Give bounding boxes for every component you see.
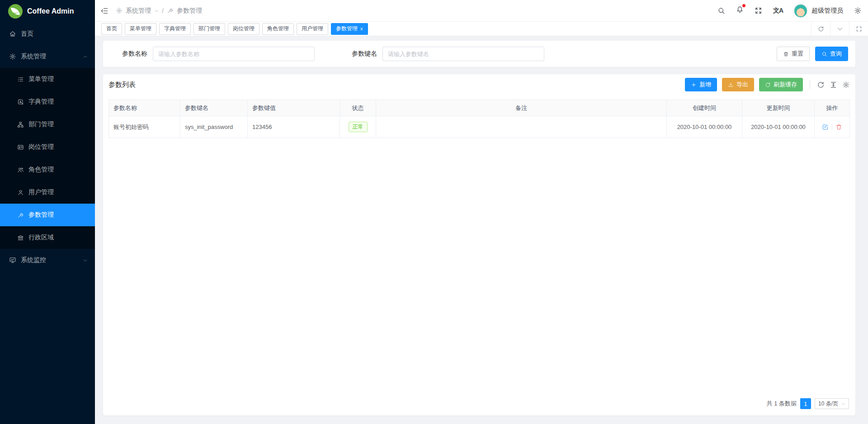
col-remark: 备注 xyxy=(376,100,667,116)
chevron-down-icon xyxy=(837,26,843,32)
refresh-cache-label: 刷新缓存 xyxy=(774,81,797,89)
status-badge: 正常 xyxy=(349,122,368,132)
sidebar-group-system[interactable]: 系统管理 xyxy=(0,45,95,68)
tabs-bar: 首页 菜单管理 字典管理 部门管理 岗位管理 角色管理 用户管理 参数管理 x xyxy=(95,22,868,36)
top-header: 系统管理 / 参数管理 文A 超级管理员 xyxy=(95,0,868,22)
sidebar-item-role-mgmt[interactable]: 角色管理 xyxy=(0,158,95,181)
param-name-input[interactable] xyxy=(153,47,315,61)
home-icon xyxy=(9,30,16,38)
edit-icon[interactable] xyxy=(822,124,829,130)
row-density-icon[interactable] xyxy=(830,81,837,89)
breadcrumb-item[interactable]: 系统管理 xyxy=(126,7,151,15)
export-button[interactable]: 导出 xyxy=(722,78,754,91)
filter-buttons: 重置 查询 xyxy=(777,47,848,61)
refresh-table-icon[interactable] xyxy=(817,81,825,89)
logo-icon xyxy=(8,4,23,19)
page-button-1[interactable]: 1 xyxy=(800,398,811,409)
param-name-label: 参数名称 xyxy=(110,50,147,58)
cell-param-value: 123456 xyxy=(248,116,340,138)
sidebar: Coffee Admin 首页 系统管理 菜单管理 字典管理 部门管理 岗位管理… xyxy=(0,0,95,424)
bell-icon xyxy=(736,6,744,14)
tab-label: 首页 xyxy=(106,25,117,33)
settings-gear-icon[interactable] xyxy=(854,7,862,14)
pagination-total: 共 1 条数据 xyxy=(767,400,797,408)
breadcrumb-item-current: 参数管理 xyxy=(177,7,202,15)
tab-label: 字典管理 xyxy=(164,25,186,33)
sidebar-item-label: 字典管理 xyxy=(28,98,54,106)
sidebar-item-home[interactable]: 首页 xyxy=(0,23,95,45)
search-button-label: 查询 xyxy=(830,50,842,58)
tab-options-button[interactable] xyxy=(830,22,849,36)
delete-icon[interactable] xyxy=(835,124,842,130)
notification-bell[interactable] xyxy=(736,6,744,15)
close-icon[interactable]: x xyxy=(360,26,363,31)
content-fullscreen-button[interactable] xyxy=(849,22,868,36)
page-content: 参数名称 参数键名 重置 查询 参数列表 xyxy=(95,36,868,424)
divider xyxy=(810,81,810,89)
sidebar-item-region[interactable]: 行政区域 xyxy=(0,226,95,249)
export-button-label: 导出 xyxy=(736,81,748,89)
tab-param-mgmt[interactable]: 参数管理 x xyxy=(331,23,368,35)
refresh-icon xyxy=(765,82,771,88)
sidebar-item-param-mgmt[interactable]: 参数管理 xyxy=(0,204,95,226)
chevron-down-icon xyxy=(83,258,88,263)
avatar xyxy=(794,4,807,18)
sidebar-item-post-mgmt[interactable]: 岗位管理 xyxy=(0,136,95,158)
tab-dept-mgmt[interactable]: 部门管理 xyxy=(193,23,225,35)
list-actions: 新增 导出 刷新缓存 xyxy=(685,78,850,91)
sidebar-item-label: 行政区域 xyxy=(28,233,54,242)
chevron-down-icon xyxy=(841,402,845,406)
tab-home[interactable]: 首页 xyxy=(101,23,122,35)
reset-button[interactable]: 重置 xyxy=(777,47,810,61)
col-create-time: 创建时间 xyxy=(667,100,742,116)
tab-menu-mgmt[interactable]: 菜单管理 xyxy=(125,23,156,35)
breadcrumb-separator: / xyxy=(162,7,164,14)
menu-fold-icon[interactable] xyxy=(100,7,108,15)
chevron-down-icon xyxy=(154,9,159,13)
cell-actions xyxy=(815,116,850,138)
language-switch-icon[interactable]: 文A xyxy=(773,7,783,15)
tab-user-mgmt[interactable]: 用户管理 xyxy=(297,23,328,35)
cell-param-key: sys_init_password xyxy=(180,116,248,138)
param-list-panel: 参数列表 新增 导出 刷新缓存 xyxy=(103,74,855,415)
search-button[interactable]: 查询 xyxy=(815,47,848,61)
refresh-page-button[interactable] xyxy=(811,22,830,36)
fullscreen-icon[interactable] xyxy=(755,7,762,14)
sidebar-group-label: 系统监控 xyxy=(21,256,46,264)
sidebar-item-menu-mgmt[interactable]: 菜单管理 xyxy=(0,68,95,91)
page-size-select[interactable]: 10 条/页 xyxy=(815,398,849,409)
sidebar-item-dept-mgmt[interactable]: 部门管理 xyxy=(0,113,95,136)
tabbar-controls xyxy=(811,22,868,36)
col-actions: 操作 xyxy=(815,100,850,116)
user-menu[interactable]: 超级管理员 xyxy=(794,4,843,18)
tab-post-mgmt[interactable]: 岗位管理 xyxy=(228,23,259,35)
col-param-name: 参数名称 xyxy=(109,100,180,116)
sidebar-submenu-system: 菜单管理 字典管理 部门管理 岗位管理 角色管理 用户管理 参数管理 行政区域 xyxy=(0,68,95,249)
tab-role-mgmt[interactable]: 角色管理 xyxy=(262,23,294,35)
user-name: 超级管理员 xyxy=(811,7,843,15)
tab-dict-mgmt[interactable]: 字典管理 xyxy=(159,23,191,35)
bank-icon xyxy=(17,234,24,241)
cell-create-time: 2020-10-01 00:00:00 xyxy=(667,116,742,138)
refresh-cache-button[interactable]: 刷新缓存 xyxy=(759,78,803,91)
column-settings-gear-icon[interactable] xyxy=(842,81,850,89)
fullscreen-box-icon xyxy=(856,26,862,32)
sidebar-item-dict-mgmt[interactable]: 字典管理 xyxy=(0,91,95,113)
col-update-time: 更新时间 xyxy=(742,100,815,116)
table-header-row: 参数名称 参数键名 参数键值 状态 备注 创建时间 更新时间 操作 xyxy=(109,100,850,116)
reset-button-label: 重置 xyxy=(792,50,803,58)
wrench-icon xyxy=(17,212,24,219)
breadcrumb: 系统管理 / 参数管理 xyxy=(116,7,202,15)
monitor-icon xyxy=(9,257,16,264)
list-toolbar: 参数列表 新增 导出 刷新缓存 xyxy=(108,74,850,95)
cell-param-name: 账号初始密码 xyxy=(109,116,180,138)
sidebar-item-label: 部门管理 xyxy=(28,120,54,129)
col-status: 状态 xyxy=(340,100,376,116)
tab-label: 部门管理 xyxy=(198,25,220,33)
search-icon[interactable] xyxy=(717,7,725,14)
add-button[interactable]: 新增 xyxy=(685,78,717,91)
param-key-input[interactable] xyxy=(382,47,544,61)
sidebar-group-monitor[interactable]: 系统监控 xyxy=(0,249,95,272)
tab-label: 岗位管理 xyxy=(233,25,255,33)
sidebar-item-user-mgmt[interactable]: 用户管理 xyxy=(0,181,95,204)
